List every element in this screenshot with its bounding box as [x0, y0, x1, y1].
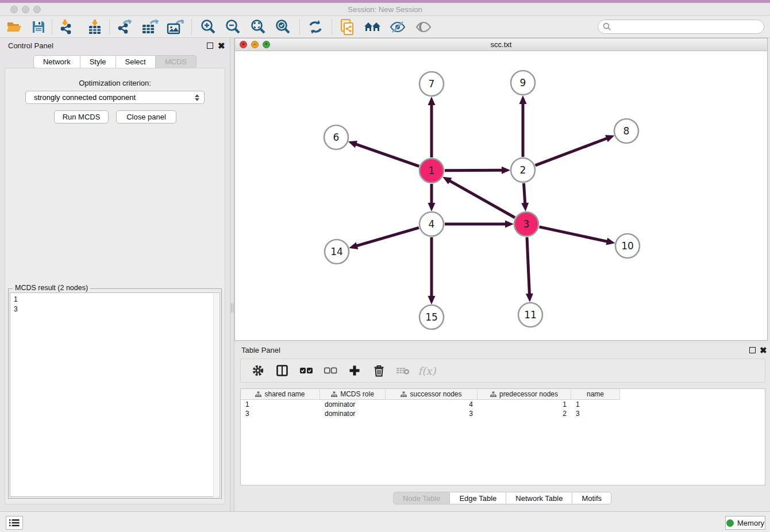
node-1[interactable]: 1: [419, 159, 444, 183]
zoom-fit-icon[interactable]: [248, 18, 268, 36]
function-builder-icon[interactable]: f(x): [419, 363, 435, 379]
task-history-button[interactable]: [6, 516, 23, 530]
column-header-name[interactable]: name: [571, 389, 620, 400]
network-frame-titlebar: × − + scc.txt: [235, 38, 767, 51]
node-9[interactable]: 9: [511, 71, 535, 95]
cell-mcds-role[interactable]: dominator: [320, 409, 386, 418]
add-column-plus-icon[interactable]: [346, 363, 363, 379]
export-image-icon[interactable]: [165, 18, 185, 36]
search-field[interactable]: [598, 20, 764, 34]
zoom-out-icon[interactable]: [223, 18, 242, 36]
select-all-columns-icon[interactable]: [298, 363, 314, 379]
table-toolbar: f(x): [240, 358, 765, 383]
node-10[interactable]: 10: [615, 234, 640, 258]
vertical-splitter[interactable]: [230, 38, 234, 511]
mcds-result-title: MCDS result (2 nodes): [13, 284, 90, 292]
edge-2-3[interactable]: [523, 183, 525, 203]
cell-shared-name[interactable]: 3: [241, 409, 320, 418]
edge-1-2[interactable]: [445, 170, 502, 171]
import-network-icon[interactable]: [57, 18, 77, 36]
edge-3-10[interactable]: [539, 227, 607, 242]
column-header-predecessor-nodes[interactable]: predecessor nodes: [478, 389, 571, 400]
column-header-mcds-role[interactable]: MCDS role: [320, 389, 386, 400]
close-panel-icon[interactable]: ✖: [760, 347, 767, 353]
delete-columns-trash-icon[interactable]: [371, 363, 387, 379]
close-panel-button[interactable]: Close panel: [116, 110, 176, 124]
svg-text:3: 3: [523, 218, 530, 230]
cell-name[interactable]: 1: [571, 400, 620, 409]
tab-style[interactable]: Style: [80, 55, 116, 68]
edge-2-8[interactable]: [536, 138, 607, 165]
export-table-icon[interactable]: [140, 18, 160, 36]
zoom-in-icon[interactable]: [198, 18, 218, 36]
memory-button-label: Memory: [737, 519, 764, 527]
memory-button[interactable]: Memory: [725, 516, 765, 530]
home-views-icon[interactable]: [363, 18, 383, 36]
node-7[interactable]: 7: [419, 72, 444, 96]
svg-text:15: 15: [425, 311, 438, 323]
table-row[interactable]: 1dominator411: [241, 400, 765, 409]
control-panel-tabs: NetworkStyleSelectMCDS: [0, 55, 230, 68]
tab-mcds[interactable]: MCDS: [156, 55, 197, 68]
status-bar: Memory: [0, 511, 770, 532]
column-header-label: name: [587, 390, 604, 398]
save-session-icon[interactable]: [29, 18, 48, 36]
table-header-row: shared nameMCDS rolesuccessor nodesprede…: [241, 389, 765, 400]
close-panel-icon[interactable]: ✖: [218, 43, 225, 49]
cell-predecessor-nodes[interactable]: 1: [478, 400, 571, 409]
node-3[interactable]: 3: [514, 212, 538, 236]
cell-predecessor-nodes[interactable]: 2: [478, 409, 571, 418]
copy-network-share-icon[interactable]: [338, 18, 357, 36]
node-15[interactable]: 15: [419, 305, 444, 329]
tab-select[interactable]: Select: [116, 55, 156, 68]
tab-node-table[interactable]: Node Table: [393, 492, 451, 504]
node-6[interactable]: 6: [324, 125, 348, 149]
node-14[interactable]: 14: [325, 240, 349, 264]
column-header-successor-nodes[interactable]: successor nodes: [386, 389, 478, 400]
table-settings-gear-icon[interactable]: [250, 363, 266, 379]
main-toolbar: [0, 16, 770, 38]
hide-graphics-eye-slash-icon[interactable]: [388, 18, 407, 36]
float-panel-icon[interactable]: [749, 347, 756, 353]
node-table[interactable]: shared nameMCDS rolesuccessor nodesprede…: [240, 388, 765, 485]
refresh-icon[interactable]: [306, 18, 325, 36]
import-table-icon[interactable]: [85, 18, 105, 36]
zoom-selected-icon[interactable]: [273, 18, 292, 36]
cell-shared-name[interactable]: 1: [241, 400, 320, 409]
criterion-dropdown-value: strongly connected component: [34, 93, 195, 102]
tab-edge-table[interactable]: Edge Table: [450, 492, 506, 504]
network-canvas[interactable]: 7968124314101511: [235, 51, 767, 340]
column-header-shared-name[interactable]: shared name: [241, 389, 320, 400]
node-4[interactable]: 4: [419, 212, 444, 236]
open-session-icon[interactable]: [5, 18, 24, 36]
export-network-icon[interactable]: [115, 18, 134, 36]
cell-successor-nodes[interactable]: 4: [386, 400, 478, 409]
result-scrollbar[interactable]: [213, 294, 219, 497]
table-row[interactable]: 3dominator323: [241, 409, 765, 418]
cell-mcds-role[interactable]: dominator: [320, 400, 386, 409]
node-2[interactable]: 2: [511, 158, 535, 182]
node-11[interactable]: 11: [518, 303, 542, 327]
delete-table-icon[interactable]: [395, 363, 411, 379]
svg-text:6: 6: [333, 132, 340, 143]
edge-4-14[interactable]: [357, 228, 419, 246]
tab-network-table[interactable]: Network Table: [506, 492, 572, 504]
search-input[interactable]: [614, 22, 764, 31]
mcds-result-list[interactable]: 13: [10, 292, 220, 497]
cell-successor-nodes[interactable]: 3: [386, 409, 478, 418]
table-panel-tabs: Node TableEdge TableNetwork TableMotifs: [234, 492, 770, 504]
criterion-dropdown[interactable]: strongly connected component: [25, 91, 205, 104]
tab-motifs[interactable]: Motifs: [572, 492, 611, 504]
column-header-label: successor nodes: [410, 390, 461, 398]
show-graphics-eye-icon[interactable]: [414, 18, 433, 36]
float-panel-icon[interactable]: [207, 43, 213, 49]
tab-network[interactable]: Network: [33, 55, 80, 68]
edge-3-1[interactable]: [449, 181, 515, 218]
node-8[interactable]: 8: [614, 119, 638, 143]
edge-1-6[interactable]: [356, 144, 419, 167]
run-mcds-button[interactable]: Run MCDS: [54, 110, 109, 124]
show-columns-icon[interactable]: [274, 363, 290, 379]
edge-3-11[interactable]: [527, 237, 529, 294]
cell-name[interactable]: 3: [571, 409, 620, 418]
unselect-all-columns-icon[interactable]: [322, 363, 338, 379]
